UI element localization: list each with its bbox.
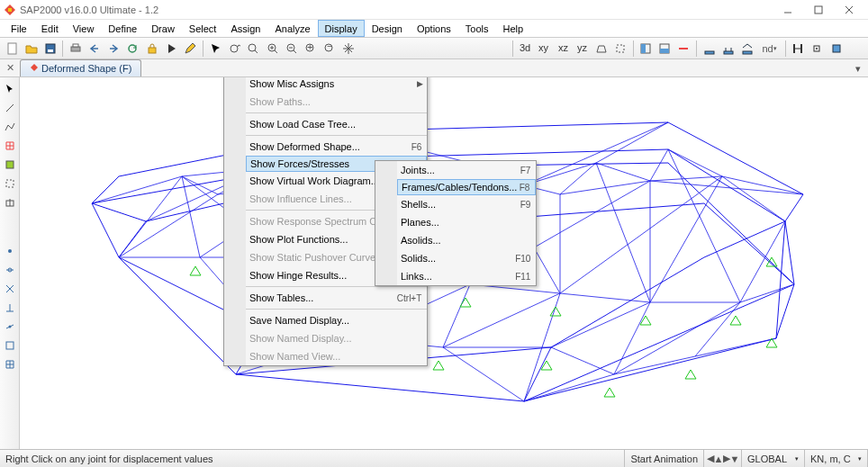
zoom-out-icon[interactable]: − [321, 40, 338, 58]
zoom-prev-icon[interactable] [283, 40, 300, 58]
element-2-icon[interactable] [719, 40, 737, 58]
menu-tools[interactable]: Tools [458, 20, 496, 37]
start-animation-button[interactable]: Start Animation [625, 450, 704, 467]
rotate-icon[interactable] [226, 40, 243, 58]
menu-options[interactable]: Options [410, 20, 458, 37]
perspective-icon[interactable] [592, 40, 610, 58]
submenu-item[interactable]: Planes... [397, 213, 536, 231]
snap-line-icon[interactable] [2, 319, 18, 335]
tab-close-icon[interactable]: ✕ [4, 61, 16, 74]
print-icon[interactable] [67, 40, 84, 58]
draw-area2-icon[interactable] [2, 175, 18, 192]
svg-rect-8 [48, 49, 53, 52]
svg-point-64 [8, 326, 11, 328]
units-selector[interactable]: KN, m, C ▾ [805, 450, 868, 467]
zoom-region-icon[interactable] [245, 40, 262, 58]
snap-edge-icon[interactable] [2, 337, 18, 354]
menu-item[interactable]: Save Named Display... [246, 311, 427, 329]
open-icon[interactable] [23, 40, 40, 58]
minimize-button[interactable] [773, 1, 803, 19]
save-icon[interactable] [41, 40, 59, 58]
tab-dropdown-icon[interactable]: ▾ [852, 62, 864, 75]
menu-assign[interactable]: Assign [223, 20, 267, 37]
arrow-right-icon[interactable]: ▶ [723, 453, 730, 464]
element-1-icon[interactable] [701, 40, 718, 58]
zoom-in-icon[interactable]: + [302, 40, 319, 58]
svg-rect-10 [73, 44, 78, 47]
menu-item[interactable]: Show Deformed Shape...F6 [246, 138, 427, 156]
arrow-down-icon[interactable]: ▼ [730, 454, 739, 464]
submenu-item[interactable]: Shells...F9 [397, 195, 536, 213]
zoom-full-icon[interactable] [264, 40, 281, 58]
element-3-icon[interactable] [738, 40, 755, 58]
canvas-3d-view[interactable]: Show Undeformed ShapeF4Show Load Assigns… [20, 77, 868, 449]
animation-arrows[interactable]: ◀ ▲ ▶ ▼ [704, 450, 742, 467]
assign-3-icon[interactable] [827, 40, 845, 58]
refresh-icon[interactable] [124, 40, 141, 58]
section-2-icon[interactable] [656, 40, 674, 58]
menu-item[interactable]: Show Load Case Tree... [246, 115, 427, 133]
maximize-button[interactable] [803, 1, 834, 19]
svg-rect-48 [833, 45, 840, 52]
arrow-left-icon[interactable]: ◀ [707, 453, 714, 464]
menu-file[interactable]: File [4, 20, 34, 37]
pointer-icon[interactable] [206, 40, 223, 58]
menu-display[interactable]: Display [318, 20, 365, 37]
assign-2-icon[interactable] [809, 40, 826, 58]
forces-submenu: Joints...F7Frames/Cables/Tendons...F8She… [375, 160, 537, 286]
run-icon[interactable] [162, 40, 179, 58]
pan-icon[interactable] [340, 40, 357, 58]
draw-area-icon[interactable] [2, 157, 18, 173]
menu-bar: File Edit View Define Draw Select Assign… [0, 20, 868, 38]
pencil-icon[interactable] [181, 40, 198, 58]
menu-draw[interactable]: Draw [144, 20, 182, 37]
close-button[interactable] [834, 1, 864, 19]
undo-icon[interactable] [86, 40, 104, 58]
section-cut-icon[interactable] [675, 40, 692, 58]
menu-select[interactable]: Select [182, 20, 224, 37]
draw-line-icon[interactable] [2, 100, 18, 116]
coord-system[interactable]: GLOBAL ▾ [742, 450, 805, 467]
svg-rect-52 [6, 161, 14, 168]
view-yz-icon[interactable]: yz [574, 40, 591, 58]
redo-icon[interactable] [105, 40, 122, 58]
menu-edit[interactable]: Edit [34, 20, 66, 37]
view-xz-icon[interactable]: xz [555, 40, 572, 58]
select-tool-icon[interactable] [2, 81, 18, 97]
snap-grid-icon[interactable] [2, 356, 18, 373]
draw-area3-icon[interactable] [2, 194, 18, 211]
snap-mid-icon[interactable] [2, 262, 18, 278]
draw-grid-icon[interactable] [2, 138, 18, 154]
view-3d-icon[interactable]: 3d [517, 40, 534, 58]
menu-item[interactable]: Show Tables...Ctrl+T [246, 289, 427, 307]
view-xy-icon[interactable]: xy [536, 40, 553, 58]
snap-intersect-icon[interactable] [2, 281, 18, 297]
menu-define[interactable]: Define [101, 20, 144, 37]
lock-icon[interactable] [143, 40, 160, 58]
section-1-icon[interactable] [637, 40, 655, 58]
menu-design[interactable]: Design [365, 20, 410, 37]
submenu-item[interactable]: Solids...F10 [397, 249, 536, 267]
draw-polyline-icon[interactable] [2, 119, 18, 135]
menu-help[interactable]: Help [496, 20, 531, 37]
snap-perp-icon[interactable] [2, 300, 18, 316]
new-icon[interactable] [4, 40, 21, 58]
status-bar: Right Click on any joint for displacemen… [0, 449, 868, 467]
assign-1-icon[interactable] [790, 40, 807, 58]
padlock-icon[interactable] [846, 40, 864, 58]
submenu-item[interactable]: Frames/Cables/Tendons...F8 [397, 179, 536, 195]
named-display-button[interactable]: nd ▾ [757, 40, 781, 58]
snap-point-icon[interactable] [2, 243, 18, 259]
svg-point-47 [816, 48, 818, 49]
document-tab-row: ✕ Deformed Shape (F) ▾ [0, 59, 868, 77]
submenu-item[interactable]: Links...F11 [397, 267, 536, 285]
submenu-item[interactable]: Asolids... [397, 231, 536, 249]
submenu-item[interactable]: Joints...F7 [397, 161, 536, 179]
svg-rect-34 [641, 44, 646, 53]
menu-analyze[interactable]: Analyze [267, 20, 317, 37]
menu-view[interactable]: View [66, 20, 102, 37]
shrink-icon[interactable] [611, 40, 628, 58]
arrow-up-icon[interactable]: ▲ [714, 454, 723, 464]
menu-item[interactable]: Show Misc Assigns▶ [246, 77, 427, 93]
active-tab[interactable]: Deformed Shape (F) [20, 59, 141, 76]
